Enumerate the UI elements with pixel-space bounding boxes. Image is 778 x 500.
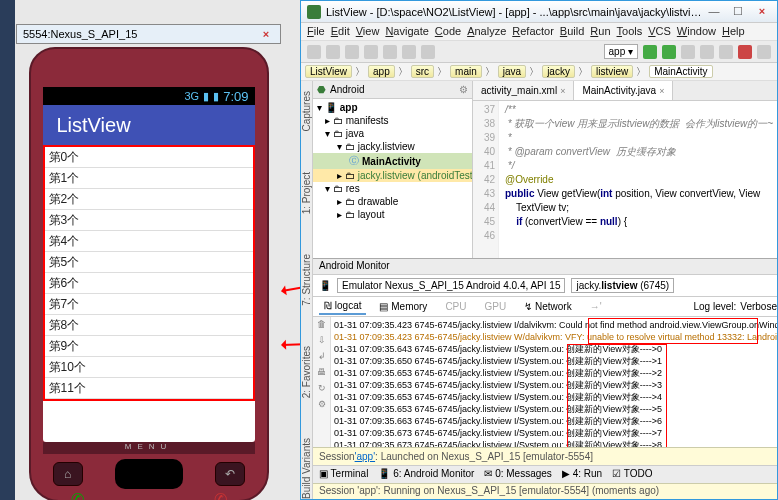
tab-todo[interactable]: ☑ TODO <box>612 468 652 481</box>
tree-res[interactable]: res <box>346 183 360 194</box>
paste-icon[interactable] <box>421 45 435 59</box>
process-selector[interactable]: jacky.listview (6745) <box>571 278 674 293</box>
crumb[interactable]: jacky <box>542 65 575 78</box>
close-icon[interactable]: × <box>659 86 664 96</box>
editor-tab-xml[interactable]: activity_main.xml× <box>473 81 574 100</box>
menu-tools[interactable]: Tools <box>617 25 643 38</box>
menu-vcs[interactable]: VCS <box>648 25 671 38</box>
tab-android-monitor[interactable]: 📱 6: Android Monitor <box>378 468 474 481</box>
back-button[interactable]: ↶ <box>215 462 245 486</box>
menu-file[interactable]: File <box>307 25 325 38</box>
tree-drawable[interactable]: drawable <box>358 196 399 207</box>
code-body[interactable]: /** * 获取一个view 用来显示listview的数据 会作为listvi… <box>499 101 777 258</box>
tab-project[interactable]: 1: Project <box>301 172 312 214</box>
menu-window[interactable]: Window <box>677 25 716 38</box>
list-item[interactable]: 第8个 <box>45 315 253 336</box>
tab-gpu[interactable]: GPU <box>480 299 512 314</box>
end-call-icon[interactable]: ✆ <box>214 490 227 500</box>
save-icon[interactable] <box>326 45 340 59</box>
tree-pkg[interactable]: jacky.listview <box>358 141 415 152</box>
tab-terminal[interactable]: ▣ Terminal <box>319 468 368 481</box>
list-item[interactable]: 第5个 <box>45 252 253 273</box>
open-icon[interactable] <box>307 45 321 59</box>
list-item[interactable]: 第11个 <box>45 378 253 399</box>
menu-build[interactable]: Build <box>560 25 584 38</box>
menu-edit[interactable]: Edit <box>331 25 350 38</box>
dpad-button[interactable] <box>115 459 183 489</box>
tab-memory[interactable]: ▤ Memory <box>374 299 432 314</box>
crumb[interactable]: java <box>498 65 526 78</box>
menu-code[interactable]: Code <box>435 25 461 38</box>
list-item[interactable]: 第9个 <box>45 336 253 357</box>
list-item[interactable]: 第2个 <box>45 189 253 210</box>
tree-app[interactable]: app <box>340 102 358 113</box>
list-item[interactable]: 第6个 <box>45 273 253 294</box>
menu-run[interactable]: Run <box>590 25 610 38</box>
tab-network[interactable]: ↯ Network <box>519 299 576 314</box>
scroll-icon[interactable]: ⇩ <box>316 335 328 347</box>
crumb[interactable]: ListView <box>305 65 352 78</box>
tree-manifests[interactable]: manifests <box>346 115 389 126</box>
monitor-title[interactable]: Android Monitor <box>313 259 777 275</box>
clear-icon[interactable]: 🗑 <box>316 319 328 331</box>
copy-icon[interactable] <box>402 45 416 59</box>
settings-icon[interactable]: ⚙ <box>316 399 328 411</box>
maximize-button[interactable]: ☐ <box>729 5 747 18</box>
menu-view[interactable]: View <box>356 25 380 38</box>
menu-help[interactable]: Help <box>722 25 745 38</box>
logcat-output[interactable]: 01-31 07:09:35.423 6745-6745/jacky.listv… <box>331 317 777 447</box>
menu-navigate[interactable]: Navigate <box>385 25 428 38</box>
print-icon[interactable]: 🖶 <box>316 367 328 379</box>
crumb[interactable]: MainActivity <box>649 65 712 78</box>
list-item[interactable]: 第1个 <box>45 168 253 189</box>
menu-analyze[interactable]: Analyze <box>467 25 506 38</box>
editor-tab-java[interactable]: MainActivity.java× <box>574 81 673 100</box>
debug-icon[interactable] <box>662 45 676 59</box>
crumb[interactable]: app <box>368 65 395 78</box>
close-button[interactable]: × <box>753 5 771 18</box>
cut-icon[interactable] <box>383 45 397 59</box>
run-icon[interactable] <box>643 45 657 59</box>
menu-refactor[interactable]: Refactor <box>512 25 554 38</box>
emulator-titlebar[interactable]: 5554:Nexus_S_API_15 × <box>16 24 281 44</box>
home-button[interactable]: ⌂ <box>53 462 83 486</box>
tab-cpu[interactable]: CPU <box>440 299 471 314</box>
session-link[interactable]: 'app' <box>355 451 376 462</box>
gear-icon[interactable]: ⚙ <box>459 84 468 95</box>
emulator-close-button[interactable]: × <box>258 28 274 40</box>
crumb[interactable]: src <box>411 65 434 78</box>
app-listview[interactable]: 第0个 第1个 第2个 第3个 第4个 第5个 第6个 第7个 第8个 第9个 … <box>43 145 255 401</box>
tab-structure[interactable]: 7: Structure <box>301 254 312 306</box>
device-selector[interactable]: Emulator Nexus_S_API_15 Android 4.0.4, A… <box>337 278 565 293</box>
tree-layout[interactable]: layout <box>358 209 385 220</box>
minimize-button[interactable]: — <box>705 5 723 18</box>
code-editor[interactable]: 37383940414243444546 /** * 获取一个view 用来显示… <box>473 101 777 258</box>
tree-pkg-test[interactable]: jacky.listview (androidTest) <box>358 170 472 181</box>
run-config-selector[interactable]: app ▾ <box>604 44 638 59</box>
redo-icon[interactable] <box>364 45 378 59</box>
undo-icon[interactable] <box>345 45 359 59</box>
loglevel-selector[interactable]: Verbose ▾ <box>740 301 777 312</box>
avd-icon[interactable] <box>681 45 695 59</box>
call-icon[interactable]: ✆ <box>71 490 84 500</box>
tree-mainactivity[interactable]: MainActivity <box>362 156 421 167</box>
tab-run[interactable]: ▶ 4: Run <box>562 468 602 481</box>
sdk-icon[interactable] <box>700 45 714 59</box>
ide-titlebar[interactable]: ListView - [D:\space\NO2\ListView] - [ap… <box>301 1 777 23</box>
crumb[interactable]: listview <box>591 65 633 78</box>
sync-icon[interactable] <box>719 45 733 59</box>
close-icon[interactable]: × <box>560 86 565 96</box>
list-item[interactable]: 第7个 <box>45 294 253 315</box>
tree-java[interactable]: java <box>346 128 364 139</box>
project-view-selector[interactable]: Android <box>330 84 364 95</box>
list-item[interactable]: 第3个 <box>45 210 253 231</box>
tab-captures[interactable]: Captures <box>301 91 312 132</box>
project-tree[interactable]: ▾ 📱 app ▸ 🗀 manifests ▾ 🗀 java ▾ 🗀 jacky… <box>313 99 472 258</box>
help-icon[interactable] <box>757 45 771 59</box>
list-item[interactable]: 第10个 <box>45 357 253 378</box>
tab-messages[interactable]: ✉ 0: Messages <box>484 468 551 481</box>
tab-logcat[interactable]: ₪ logcat <box>319 298 366 315</box>
tab-favorites[interactable]: 2: Favorites <box>301 346 312 398</box>
crumb[interactable]: main <box>450 65 482 78</box>
list-item[interactable]: 第0个 <box>45 147 253 168</box>
